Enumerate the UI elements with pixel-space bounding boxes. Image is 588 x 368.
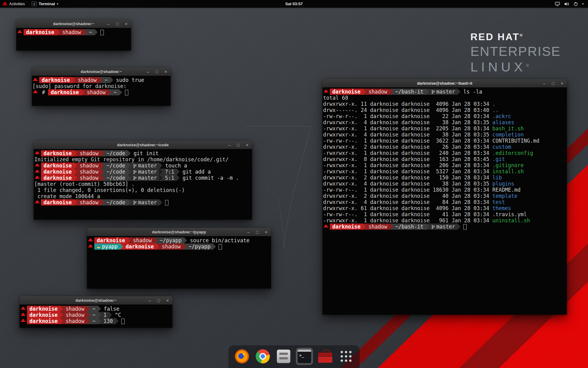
terminal-text: -rwxrwxr-x. 1 darknoise darknoise 206 Ja… xyxy=(323,162,492,168)
terminal-cursor xyxy=(121,319,125,324)
brand-enterprise: ENTERPRISE xyxy=(470,44,561,59)
terminal-content[interactable]: darknoiseshadow~ xyxy=(16,28,131,51)
powerline-separator xyxy=(390,89,393,95)
maximize-button[interactable]: □ xyxy=(255,230,259,234)
terminal-line: 1 file changed, 0 insertions(+), 0 delet… xyxy=(34,187,251,193)
powerline-separator xyxy=(60,318,63,324)
powerline-separator xyxy=(177,175,180,181)
prompt-segment-host: shadow xyxy=(366,89,390,95)
terminal-text: -rwxrwxr-x. 1 darknoise darknoise 5327 J… xyxy=(323,168,492,174)
terminal-text: CONTRIBUTING.md xyxy=(492,138,540,144)
toolbox-icon xyxy=(318,350,332,363)
prompt-segment-user: darknoise xyxy=(39,77,72,83)
titlebar[interactable]: darknoise@shadow:~/code – □ × xyxy=(34,141,252,149)
minimize-button[interactable]: – xyxy=(542,81,546,86)
terminal-text: .gitignore xyxy=(492,162,524,168)
prompt-segment-user: darknoise xyxy=(330,89,363,95)
activities-button[interactable]: Activities xyxy=(0,0,28,8)
prompt-segment-host: shadow xyxy=(77,163,101,169)
maximize-button[interactable]: □ xyxy=(551,81,555,86)
terminal-content[interactable]: darknoiseshadow~/codegit initInitialized… xyxy=(34,149,252,220)
terminal-text: 1 file changed, 0 insertions(+), 0 delet… xyxy=(34,187,185,193)
terminal-text: -rw-rw-r--. 1 darknoise darknoise 41 Jan… xyxy=(323,211,492,217)
terminal-line: drwxrwxr-x. 4 darknoise darknoise 84 Jan… xyxy=(323,199,566,205)
titlebar[interactable]: darknoise@shadow:~/bash-it – □ × xyxy=(322,79,567,88)
maximize-button[interactable]: □ xyxy=(115,22,119,26)
chrome-icon xyxy=(256,349,270,363)
powerline-separator xyxy=(390,224,393,230)
system-status-area[interactable]: ▾ xyxy=(551,0,588,8)
terminal-content[interactable]: darknoiseshadow~/bash-itmasterls -latota… xyxy=(322,87,567,315)
terminal-text: Initialized empty Git repository in /hom… xyxy=(34,156,229,163)
powerline-separator xyxy=(60,306,63,312)
terminal-line: -rwxrwxr-x. 1 darknoise darknoise 961 Ja… xyxy=(323,217,566,224)
terminal-text: source bin/activate xyxy=(190,237,249,243)
prompt-segment-host: shadow xyxy=(77,175,101,181)
terminal-text: -rw-rw-r--. 1 darknoise darknoise 3622 J… xyxy=(323,138,492,144)
terminal-text: ls -la xyxy=(463,89,482,95)
minimize-button[interactable]: – xyxy=(106,22,111,26)
prompt-segment-user: darknoise xyxy=(48,89,81,95)
titlebar[interactable]: darknoise@shadow:~ – □ × xyxy=(32,67,171,76)
close-button[interactable]: × xyxy=(165,298,170,303)
app-menu-terminal[interactable]: > Terminal ▾ xyxy=(28,0,62,8)
git-branch-icon xyxy=(133,163,137,169)
dock-firefox[interactable] xyxy=(233,348,251,365)
close-button[interactable]: × xyxy=(164,70,168,74)
maximize-button[interactable]: □ xyxy=(236,143,240,147)
dock-chrome[interactable] xyxy=(254,348,271,365)
titlebar[interactable]: darknoise@shadow:~/pyapp – □ × xyxy=(87,228,271,236)
rhel-wallpaper-brand: RED HAT® ENTERPRISE LINUX® xyxy=(470,31,561,75)
terminal-icon: >_ xyxy=(297,349,311,363)
window-title: darknoise@shadow:~/code xyxy=(117,143,168,147)
redhat-prompt-icon xyxy=(35,150,40,156)
close-button[interactable]: × xyxy=(245,143,249,147)
terminal-line: darknoiseshadow~/bash-itmaster xyxy=(323,224,566,230)
redhat-prompt-icon xyxy=(21,312,25,318)
minimize-button[interactable]: – xyxy=(148,298,152,303)
close-button[interactable]: × xyxy=(124,22,128,26)
powerline-separator xyxy=(184,237,187,243)
titlebar[interactable]: darknoise@shadow:~ – □ × xyxy=(16,20,131,28)
powerline-separator xyxy=(213,243,216,250)
terminal-text: -rwxrwxr-x. 1 darknoise darknoise 961 Ja… xyxy=(323,217,492,224)
brand-red-hat: RED HAT® xyxy=(470,31,561,43)
dock-files[interactable] xyxy=(275,348,292,365)
redhat-prompt-icon xyxy=(33,77,38,83)
titlebar[interactable]: darknoise@shadow:~ – □ × xyxy=(20,296,172,305)
terminal-app-icon: > xyxy=(32,2,37,6)
prompt-segment-host: shadow xyxy=(75,77,99,83)
clock[interactable]: Sat 03:57 xyxy=(285,0,303,8)
dock-show-applications[interactable] xyxy=(337,348,355,365)
redhat-prompt-icon xyxy=(21,306,25,312)
terminal-text: create mode 100644 a xyxy=(34,193,100,199)
close-button[interactable]: × xyxy=(560,81,564,86)
maximize-button[interactable]: □ xyxy=(156,298,161,303)
powerline-separator xyxy=(74,199,77,205)
prompt-segment-path: ~/code xyxy=(104,169,128,175)
prompt-segment-host: shadow xyxy=(85,89,108,95)
minimize-button[interactable]: – xyxy=(246,230,251,234)
terminal-line: drwxrwxr-x. 4 darknoise darknoise 38 Jan… xyxy=(323,132,566,138)
terminal-content[interactable]: darknoiseshadow~falsedarknoiseshadow~1^C… xyxy=(20,305,172,328)
terminal-content[interactable]: darknoiseshadow~sudo true[sudo] password… xyxy=(32,76,171,106)
chevron-down-icon: ▾ xyxy=(57,2,58,6)
powerline-separator xyxy=(74,163,77,169)
dock-toolbox[interactable] xyxy=(317,348,334,365)
minimize-button[interactable]: – xyxy=(146,70,150,74)
prompt-segment-git: master xyxy=(131,175,159,181)
prompt-segment-git: master xyxy=(131,199,159,205)
minimize-button[interactable]: – xyxy=(227,143,232,147)
terminal-line: drwxrwxr-x. 8 darknoise darknoise 163 Ja… xyxy=(323,156,566,162)
powerline-separator xyxy=(101,150,104,156)
dock-terminal[interactable]: >_ xyxy=(296,348,313,365)
prompt-segment-path: ~ xyxy=(102,77,110,83)
close-button[interactable]: × xyxy=(264,230,268,234)
prompt-segment-path: ~/code xyxy=(104,150,128,156)
maximize-button[interactable]: □ xyxy=(155,70,159,74)
terminal-content[interactable]: darknoiseshadow~/pyappsource bin/activat… xyxy=(87,236,271,289)
prompt-segment-host: shadow xyxy=(130,237,154,243)
redhat-prompt-icon xyxy=(35,199,40,205)
terminal-text: template xyxy=(492,193,518,199)
top-bar: Activities > Terminal ▾ Sat 03:57 ▾ xyxy=(0,0,588,8)
